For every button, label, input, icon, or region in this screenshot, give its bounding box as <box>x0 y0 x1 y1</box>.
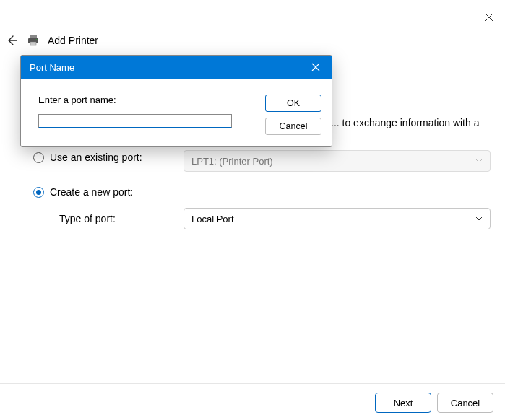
dialog-close-button[interactable] <box>308 60 323 74</box>
type-of-port-value: Local Port <box>191 214 234 224</box>
radio-checked-icon <box>33 187 44 198</box>
create-new-port-label: Create a new port: <box>50 186 133 198</box>
port-name-input[interactable] <box>38 114 232 128</box>
wizard-header: Add Printer <box>4 33 98 48</box>
existing-port-dropdown: LPT1: (Printer Port) <box>184 150 491 172</box>
create-new-port-option[interactable]: Create a new port: <box>33 186 133 198</box>
port-name-label: Enter a port name: <box>38 95 252 105</box>
ok-button[interactable]: OK <box>265 95 321 112</box>
svg-point-3 <box>36 39 38 40</box>
existing-port-value: LPT1: (Printer Port) <box>191 156 273 167</box>
window-close-button[interactable] <box>482 10 496 25</box>
cancel-button[interactable]: Cancel <box>437 393 493 413</box>
svg-rect-2 <box>30 42 36 45</box>
dialog-titlebar: Port Name <box>21 56 332 79</box>
dialog-title: Port Name <box>30 62 74 73</box>
type-of-port-dropdown[interactable]: Local Port <box>184 208 491 229</box>
chevron-down-icon <box>475 214 483 224</box>
type-of-port-label: Type of port: <box>59 213 116 224</box>
use-existing-port-label: Use an existing port: <box>50 152 142 163</box>
wizard-title: Add Printer <box>48 35 98 46</box>
page-description-fragment: ... to exchange information with a <box>331 117 492 128</box>
printer-icon <box>26 33 40 48</box>
next-button[interactable]: Next <box>375 393 431 413</box>
back-arrow-icon <box>6 35 17 46</box>
close-icon <box>311 63 320 71</box>
wizard-footer: Next Cancel <box>0 383 505 413</box>
svg-rect-0 <box>30 35 37 38</box>
back-button[interactable] <box>4 33 19 48</box>
radio-unchecked-icon <box>33 152 44 163</box>
close-icon <box>485 13 493 22</box>
chevron-down-icon <box>475 156 483 167</box>
port-name-dialog: Port Name Enter a port name: OK Cancel <box>20 55 332 147</box>
dialog-cancel-button[interactable]: Cancel <box>265 118 321 135</box>
